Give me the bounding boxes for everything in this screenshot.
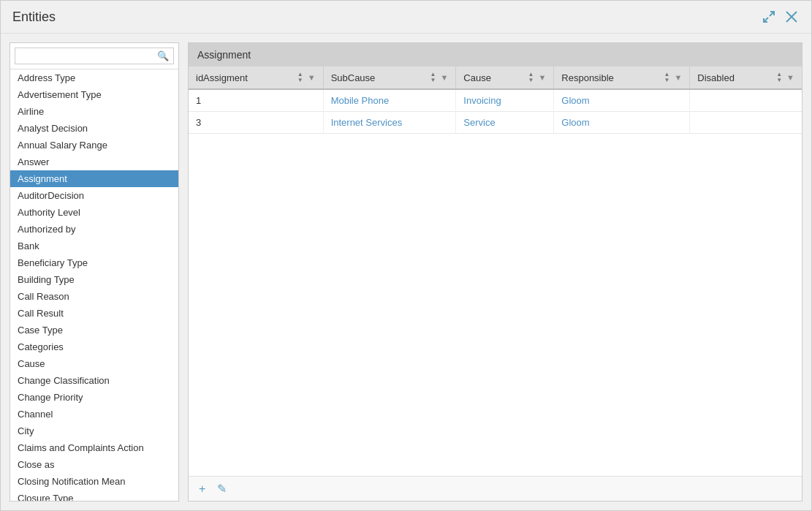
col-controls-subcause: ▲ ▼ ▼ xyxy=(428,72,449,83)
filter-icon-disabled[interactable]: ▼ xyxy=(786,73,794,82)
left-panel: 🔍 Address TypeAdvertisement TypeAirlineA… xyxy=(10,42,179,501)
right-panel: Assignment idAssigment ▲ ▼ ▼ SubCause ▲ xyxy=(188,42,802,501)
cell-disabled xyxy=(690,112,802,134)
col-controls-disabled: ▲ ▼ ▼ xyxy=(773,72,794,83)
sort-icon-subcause: ▲ ▼ xyxy=(430,72,436,83)
assignment-table: idAssigment ▲ ▼ ▼ SubCause ▲ ▼ ▼ Cause xyxy=(189,67,802,134)
list-item[interactable]: Call Reason xyxy=(10,288,178,305)
cell-id: 3 xyxy=(189,112,323,134)
table-row[interactable]: 1Mobile PhoneInvoicingGloom xyxy=(189,89,802,112)
col-controls-responsible: ▲ ▼ ▼ xyxy=(661,72,683,83)
cell-id: 1 xyxy=(189,89,323,112)
table-toolbar: + ✎ xyxy=(189,476,802,501)
col-label-responsible: Responsible xyxy=(561,72,614,83)
sort-icon-responsible: ▲ ▼ xyxy=(664,72,670,83)
add-row-button[interactable]: + xyxy=(196,481,208,497)
list-item[interactable]: Closure Type xyxy=(10,490,178,501)
list-item[interactable]: City xyxy=(10,423,178,439)
cell-responsible[interactable]: Gloom xyxy=(554,89,690,112)
table-wrapper: idAssigment ▲ ▼ ▼ SubCause ▲ ▼ ▼ Cause xyxy=(189,67,802,476)
close-button[interactable] xyxy=(783,9,800,25)
sort-icon-id: ▲ ▼ xyxy=(297,72,303,83)
entity-list: Address TypeAdvertisement TypeAirlineAna… xyxy=(10,69,178,501)
th-id[interactable]: idAssigment ▲ ▼ ▼ xyxy=(189,67,323,89)
list-item[interactable]: AuditorDecision xyxy=(10,187,178,204)
col-label-id: idAssigment xyxy=(196,72,248,83)
list-item[interactable]: Claims and Complaints Action xyxy=(10,439,178,456)
search-input[interactable] xyxy=(20,50,157,61)
list-item[interactable]: Categories xyxy=(10,338,178,355)
list-item[interactable]: Assignment xyxy=(10,170,178,187)
list-item[interactable]: Analyst Decision xyxy=(10,120,178,137)
list-item[interactable]: Annual Salary Range xyxy=(10,137,178,154)
cell-subcause[interactable]: Internet Services xyxy=(323,112,456,134)
expand-button[interactable] xyxy=(760,8,778,26)
search-icon: 🔍 xyxy=(157,50,169,61)
list-item[interactable]: Airline xyxy=(10,103,178,120)
filter-icon-subcause[interactable]: ▼ xyxy=(440,73,448,82)
list-item[interactable]: Answer xyxy=(10,154,178,170)
list-item[interactable]: Cause xyxy=(10,355,178,372)
th-responsible[interactable]: Responsible ▲ ▼ ▼ xyxy=(554,67,690,89)
th-subcause[interactable]: SubCause ▲ ▼ ▼ xyxy=(323,67,456,89)
list-item[interactable]: Change Classification xyxy=(10,372,178,389)
cell-subcause[interactable]: Mobile Phone xyxy=(323,89,456,112)
title-bar: Entities xyxy=(1,1,811,34)
list-item[interactable]: Call Result xyxy=(10,305,178,322)
list-item[interactable]: Case Type xyxy=(10,322,178,338)
filter-icon-cause[interactable]: ▼ xyxy=(538,73,546,82)
col-label-disabled: Disabled xyxy=(697,72,735,83)
table-header-row: idAssigment ▲ ▼ ▼ SubCause ▲ ▼ ▼ Cause xyxy=(189,67,802,89)
search-area: 🔍 xyxy=(10,43,178,69)
cell-responsible[interactable]: Gloom xyxy=(554,112,690,134)
table-body: 1Mobile PhoneInvoicingGloom3Internet Ser… xyxy=(189,89,802,134)
col-label-subcause: SubCause xyxy=(331,72,376,83)
list-item[interactable]: Building Type xyxy=(10,271,178,288)
list-item[interactable]: Close as xyxy=(10,456,178,473)
filter-icon-responsible[interactable]: ▼ xyxy=(674,73,682,82)
sort-icon-disabled: ▲ ▼ xyxy=(776,72,782,83)
window-title: Entities xyxy=(12,10,56,25)
col-label-cause: Cause xyxy=(463,72,491,83)
close-icon xyxy=(785,10,798,23)
th-cause[interactable]: Cause ▲ ▼ ▼ xyxy=(456,67,554,89)
table-title: Assignment xyxy=(189,43,802,67)
cell-cause[interactable]: Service xyxy=(456,112,554,134)
list-item[interactable]: Address Type xyxy=(10,69,178,86)
col-controls-id: ▲ ▼ ▼ xyxy=(295,72,316,83)
expand-icon xyxy=(762,10,776,24)
sort-icon-cause: ▲ ▼ xyxy=(528,72,534,83)
table-row[interactable]: 3Internet ServicesServiceGloom xyxy=(189,112,802,134)
list-item[interactable]: Beneficiary Type xyxy=(10,254,178,271)
list-item[interactable]: Advertisement Type xyxy=(10,86,178,103)
cell-cause[interactable]: Invoicing xyxy=(456,89,554,112)
list-item[interactable]: Authorized by xyxy=(10,221,178,238)
filter-icon-id[interactable]: ▼ xyxy=(308,73,316,82)
col-controls-cause: ▲ ▼ ▼ xyxy=(525,72,546,83)
list-item[interactable]: Authority Level xyxy=(10,204,178,221)
list-item[interactable]: Closing Notification Mean xyxy=(10,473,178,490)
cell-disabled xyxy=(690,89,802,112)
list-item[interactable]: Bank xyxy=(10,238,178,254)
list-item[interactable]: Channel xyxy=(10,406,178,423)
list-item[interactable]: Change Priority xyxy=(10,389,178,406)
window-controls xyxy=(760,8,800,26)
entities-window: Entities xyxy=(0,0,812,511)
th-disabled[interactable]: Disabled ▲ ▼ ▼ xyxy=(690,67,802,89)
edit-row-button[interactable]: ✎ xyxy=(214,480,229,497)
content-area: 🔍 Address TypeAdvertisement TypeAirlineA… xyxy=(1,34,811,510)
search-wrap[interactable]: 🔍 xyxy=(15,48,174,64)
